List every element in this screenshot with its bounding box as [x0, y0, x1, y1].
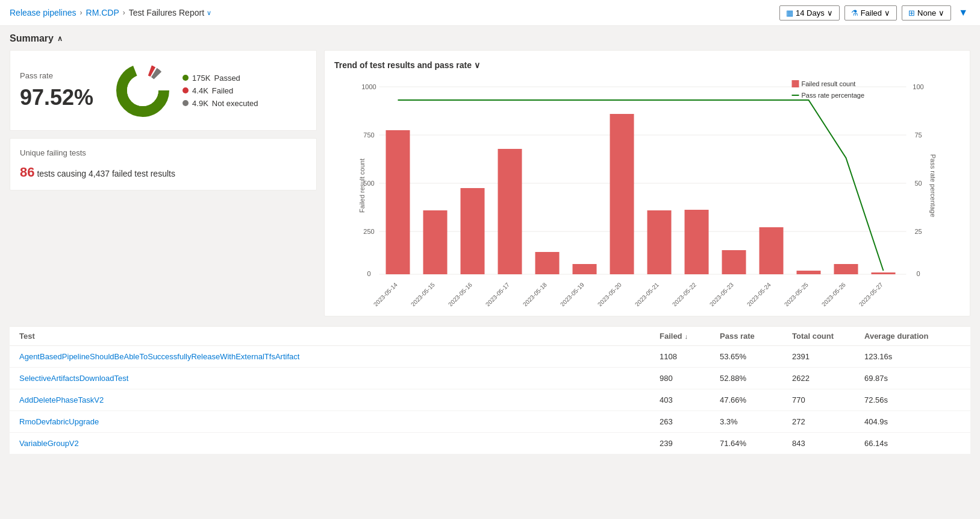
breadcrumb-release-pipelines[interactable]: Release pipelines [10, 8, 76, 17]
cell-pass-rate: 47.66% [720, 395, 792, 404]
status-filter-chevron: ∨ [884, 8, 890, 17]
donut-area: 175K Passed 4.4K Failed 4.9K Not execute… [113, 60, 258, 121]
table-row: SelectiveArtifactsDownloadTest 980 52.88… [10, 368, 970, 389]
svg-text:Failed result count: Failed result count [358, 159, 366, 213]
svg-text:2023-05-23: 2023-05-23 [708, 281, 735, 306]
bar-9 [722, 250, 746, 274]
cell-avg-duration: 72.56s [864, 395, 961, 404]
cell-avg-duration: 404.9s [864, 417, 961, 426]
pass-rate-title: Pass rate [20, 71, 93, 80]
svg-point-3 [127, 75, 158, 106]
cell-total-count: 2622 [792, 374, 864, 383]
svg-text:2023-05-24: 2023-05-24 [746, 281, 772, 306]
results-table: Test Failed ↓ Pass rate Total count Aver… [10, 326, 970, 455]
table-row: AgentBasedPipelineShouldBeAbleToSuccessf… [10, 346, 970, 368]
cell-failed: 1108 [660, 352, 720, 361]
col-header-test: Test [19, 332, 660, 341]
failed-label: Failed [212, 86, 233, 95]
days-filter-button[interactable]: ▦ 14 Days ∨ [779, 5, 840, 20]
legend-failed: 4.4K Failed [183, 86, 258, 95]
days-filter-chevron: ∨ [827, 8, 833, 17]
left-cards: Pass rate 97.52% [10, 50, 317, 316]
top-bar: Release pipelines › RM.CDP › Test Failur… [0, 0, 980, 26]
trend-card: Trend of test results and pass rate ∨ 10… [324, 50, 970, 316]
col-header-failed[interactable]: Failed ↓ [660, 332, 720, 341]
svg-text:750: 750 [363, 131, 374, 139]
col-header-avg-duration: Average duration [864, 332, 961, 341]
breadcrumb-dropdown-icon: ∨ [207, 9, 211, 17]
cell-test[interactable]: VariableGroupV2 [19, 439, 660, 448]
passed-label: Passed [214, 74, 240, 83]
sort-icon: ↓ [685, 333, 688, 340]
legend-pass-text: Pass rate percentage [802, 92, 865, 99]
days-filter-label: 14 Days [796, 8, 825, 17]
col-header-total-count: Total count [792, 332, 864, 341]
status-filter-label: Failed [861, 8, 882, 17]
unique-count: 86 [20, 165, 34, 180]
legend-failed-text: Failed result count [802, 80, 856, 87]
svg-text:2023-05-21: 2023-05-21 [634, 281, 660, 306]
unique-description: tests causing 4,437 failed test results [37, 169, 175, 178]
cell-total-count: 843 [792, 439, 864, 448]
bar-2 [461, 188, 485, 274]
trend-title[interactable]: Trend of test results and pass rate ∨ [334, 60, 960, 70]
cell-total-count: 770 [792, 395, 864, 404]
pass-rate-value: 97.52% [20, 85, 93, 110]
svg-text:2023-05-15: 2023-05-15 [410, 281, 436, 306]
cell-test[interactable]: AgentBasedPipelineShouldBeAbleToSuccessf… [19, 352, 660, 361]
svg-text:2023-05-16: 2023-05-16 [447, 281, 473, 306]
pass-rate-card: Pass rate 97.52% [10, 50, 317, 131]
cell-test[interactable]: AddDeletePhaseTaskV2 [19, 395, 660, 404]
cell-failed: 263 [660, 417, 720, 426]
cell-pass-rate: 53.65% [720, 352, 792, 361]
trend-title-text: Trend of test results and pass rate [334, 60, 472, 70]
svg-text:250: 250 [363, 228, 374, 235]
trend-dropdown-icon: ∨ [474, 60, 480, 70]
cell-test[interactable]: RmoDevfabricUpgrade [19, 417, 660, 426]
summary-header[interactable]: Summary ∧ [10, 33, 970, 44]
cell-total-count: 2391 [792, 352, 864, 361]
svg-text:0: 0 [916, 270, 920, 277]
svg-text:2023-05-26: 2023-05-26 [820, 281, 847, 306]
svg-text:50: 50 [914, 180, 922, 187]
svg-text:2023-05-22: 2023-05-22 [671, 281, 698, 306]
chart-container: 1000 750 500 250 0 Failed result count 1… [334, 77, 960, 306]
failed-dot [183, 87, 189, 93]
cell-avg-duration: 69.87s [864, 374, 961, 383]
svg-text:0: 0 [367, 270, 370, 277]
passed-dot [183, 75, 189, 81]
cell-test[interactable]: SelectiveArtifactsDownloadTest [19, 374, 660, 383]
main-filter-button[interactable]: ▼ [956, 5, 970, 20]
group-filter-button[interactable]: ⊞ None ∨ [902, 5, 951, 20]
breadcrumb-current[interactable]: Test Failures Report ∨ [129, 8, 211, 17]
pass-rate-left: Pass rate 97.52% [20, 71, 93, 110]
cell-failed: 980 [660, 374, 720, 383]
table-header: Test Failed ↓ Pass rate Total count Aver… [10, 327, 970, 346]
trend-chart-svg: 1000 750 500 250 0 Failed result count 1… [334, 77, 960, 306]
status-filter-button[interactable]: ⚗ Failed ∨ [844, 5, 897, 20]
content-area: Summary ∧ Pass rate 97.52% [0, 26, 980, 462]
col-header-pass-rate: Pass rate [720, 332, 792, 341]
svg-text:2023-05-25: 2023-05-25 [783, 281, 810, 306]
cell-avg-duration: 123.16s [864, 352, 961, 361]
summary-cards: Pass rate 97.52% [10, 50, 970, 316]
bar-12 [834, 264, 858, 274]
svg-text:100: 100 [913, 83, 923, 90]
not-executed-label: Not executed [212, 99, 258, 108]
cell-pass-rate: 52.88% [720, 374, 792, 383]
cell-failed: 239 [660, 439, 720, 448]
svg-text:2023-05-27: 2023-05-27 [858, 281, 884, 306]
legend-failed-rect [792, 80, 799, 87]
legend-not-executed: 4.9K Not executed [183, 99, 258, 108]
breadcrumb: Release pipelines › RM.CDP › Test Failur… [10, 8, 211, 17]
group-filter-label: None [917, 8, 936, 17]
top-actions: ▦ 14 Days ∨ ⚗ Failed ∨ ⊞ None ∨ ▼ [779, 5, 970, 20]
unique-failing-card: Unique failing tests 86 tests causing 4,… [10, 138, 317, 190]
bar-6 [610, 114, 634, 274]
bar-8 [685, 210, 709, 274]
table-row: VariableGroupV2 239 71.64% 843 66.14s [10, 433, 970, 455]
unique-stat: 86 tests causing 4,437 failed test resul… [20, 165, 307, 180]
bar-11 [797, 271, 821, 274]
passed-count: 175K [192, 74, 210, 83]
breadcrumb-rm-cdp[interactable]: RM.CDP [86, 8, 119, 17]
